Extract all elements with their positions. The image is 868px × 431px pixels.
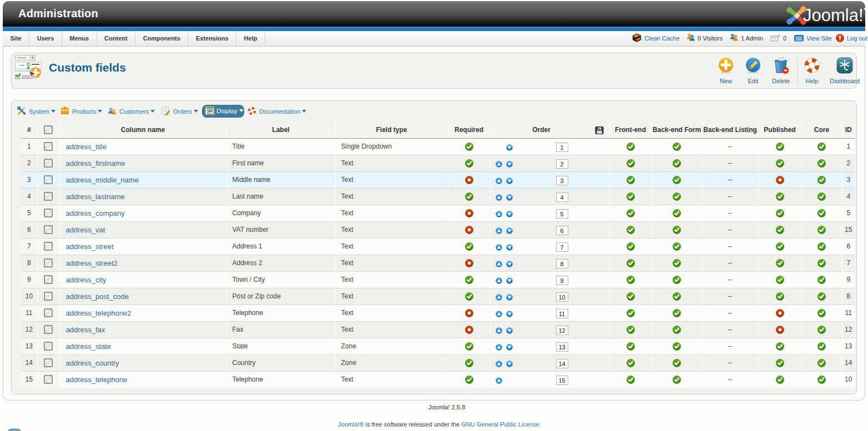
svg-text:Joomla!: Joomla!: [803, 6, 864, 25]
